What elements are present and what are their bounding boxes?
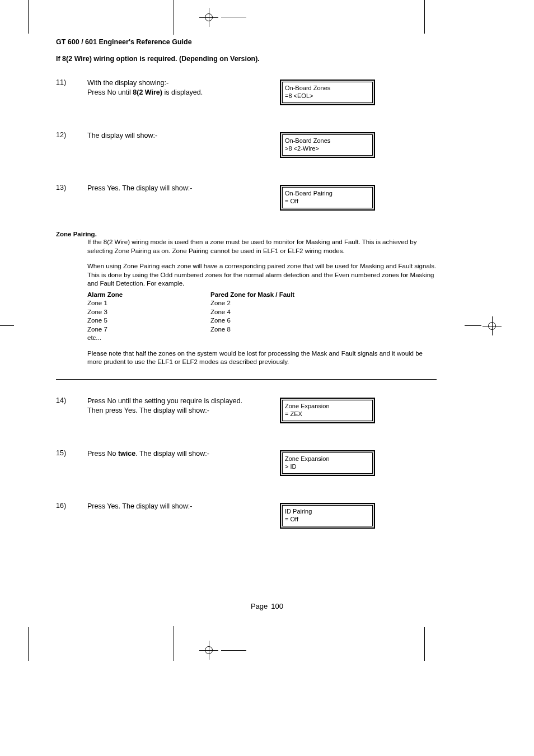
step-number: 14) <box>56 396 87 404</box>
step-row: 16)Press Yes. The display will show:-ID … <box>56 502 437 529</box>
crop-mark <box>465 325 481 326</box>
paragraph: Please note that half the zones on the s… <box>87 349 437 367</box>
crop-mark <box>28 627 29 661</box>
display-line-1: ID Pairing <box>285 508 312 515</box>
crop-mark <box>424 627 425 661</box>
table-header: Pared Zone for Mask / Fault <box>210 291 294 300</box>
zone-table: Alarm Zone Zone 1Zone 3Zone 5Zone 7etc..… <box>87 291 437 343</box>
display-line-1: On-Board Pairing <box>285 190 332 197</box>
paragraph: If the 8(2 Wire) wiring mode is used the… <box>87 238 437 255</box>
table-cell: Zone 6 <box>210 316 294 325</box>
step-text: Press Yes. The display will show:- <box>87 184 278 193</box>
table-cell: Zone 3 <box>87 308 210 317</box>
display-line-1: Zone Expansion <box>285 403 330 409</box>
step-number: 12) <box>56 131 87 139</box>
bold-text: twice <box>118 450 135 458</box>
step-row: 13)Press Yes. The display will show:-On-… <box>56 184 437 211</box>
step-number: 11) <box>56 78 87 86</box>
display-line-1: On-Board Zones <box>285 85 330 91</box>
lcd-display: On-Board Zones>8 <2-Wire> <box>280 132 375 158</box>
table-cell: Zone 1 <box>87 299 210 308</box>
lcd-display: Zone Expansion> ID <box>280 450 375 476</box>
display-line-2: = Off <box>285 197 370 205</box>
step-row: 14)Press No until the setting you requir… <box>56 396 437 423</box>
crop-mark <box>174 626 174 661</box>
registration-mark-icon <box>486 320 498 332</box>
page-number: 100 <box>271 602 283 610</box>
crop-mark <box>0 325 14 326</box>
table-cell: Zone 4 <box>210 308 294 317</box>
paragraph: When using Zone Pairing each zone will h… <box>87 262 437 288</box>
page-footer: Page100 <box>0 602 534 610</box>
display-line-2: = ZEX <box>285 410 370 418</box>
step-row: 12)The display will show:-On-Board Zones… <box>56 131 437 158</box>
document-page: GT 600 / 601 Engineer's Reference Guide … <box>0 0 534 756</box>
display-line-2: =8 <EOL> <box>285 92 370 100</box>
registration-mark-icon <box>203 11 215 24</box>
step-text: Press No twice. The display will show:- <box>87 449 278 459</box>
lcd-display: On-Board Zones=8 <EOL> <box>280 80 375 105</box>
table-cell: Zone 2 <box>210 299 294 308</box>
bold-text: 8(2 Wire) <box>133 88 162 96</box>
lcd-display: Zone Expansion= ZEX <box>280 398 375 423</box>
step-row: 15)Press No twice. The display will show… <box>56 449 437 476</box>
step-number: 15) <box>56 449 87 457</box>
zone-pairing-title: Zone Pairing. <box>56 231 437 237</box>
page-content: GT 600 / 601 Engineer's Reference Guide … <box>56 38 437 554</box>
table-cell: Zone 7 <box>87 325 210 334</box>
display-line-1: On-Board Zones <box>285 137 330 144</box>
display-line-2: >8 <2-Wire> <box>285 144 370 152</box>
crop-mark <box>28 0 29 34</box>
zone-pairing-section: Zone Pairing. If the 8(2 Wire) wiring mo… <box>56 231 437 380</box>
step-number: 13) <box>56 184 87 192</box>
crop-mark <box>221 17 246 17</box>
display-line-2: = Off <box>285 515 370 523</box>
crop-mark <box>221 650 246 651</box>
lcd-display: ID Pairing= Off <box>280 503 375 529</box>
registration-mark-icon <box>203 644 215 656</box>
display-line-1: Zone Expansion <box>285 455 330 462</box>
crop-mark <box>174 0 174 35</box>
step-text: With the display showing:-Press No until… <box>87 78 278 97</box>
step-text: Press Yes. The display will show:- <box>87 502 278 511</box>
document-title: GT 600 / 601 Engineer's Reference Guide <box>56 38 437 46</box>
crop-mark <box>424 0 425 34</box>
step-text: Press No until the setting you require i… <box>87 396 278 416</box>
display-line-2: > ID <box>285 463 370 470</box>
table-cell: Zone 5 <box>87 316 210 325</box>
step-row: 11)With the display showing:-Press No un… <box>56 78 437 105</box>
step-number: 16) <box>56 502 87 510</box>
table-cell: etc... <box>87 334 210 343</box>
table-cell: Zone 8 <box>210 325 294 334</box>
page-label: Page <box>251 602 268 610</box>
lcd-display: On-Board Pairing= Off <box>280 185 375 211</box>
section-heading: If 8(2 Wire) wiring option is required. … <box>56 55 437 63</box>
table-header: Alarm Zone <box>87 291 210 300</box>
step-text: The display will show:- <box>87 131 278 141</box>
